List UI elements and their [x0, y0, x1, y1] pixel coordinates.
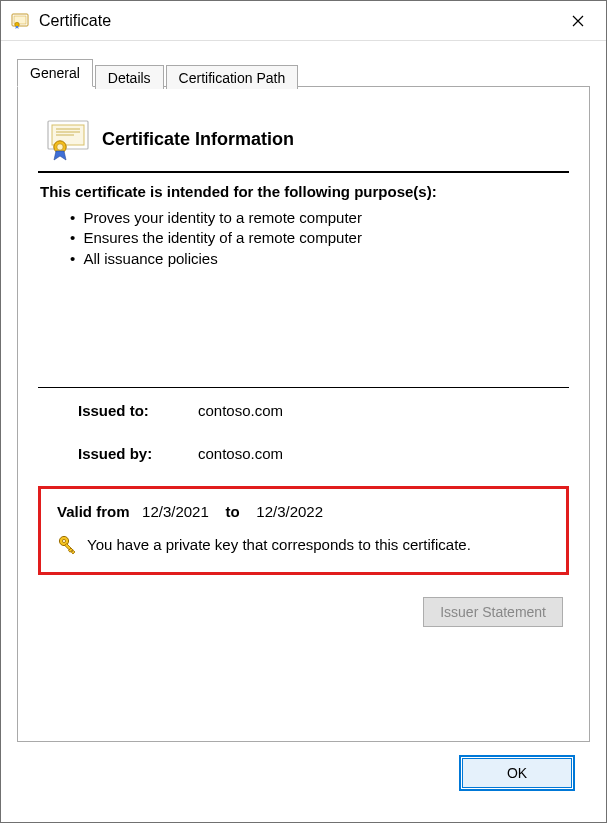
svg-point-11 — [62, 539, 65, 542]
tabs-strip: General Details Certification Path — [17, 59, 590, 87]
validity-line: Valid from 12/3/2021 to 12/3/2022 — [57, 503, 558, 520]
valid-from-label: Valid from — [57, 503, 130, 520]
issued-by-row: Issued by: contoso.com — [78, 445, 569, 462]
private-key-message: You have a private key that corresponds … — [87, 536, 471, 553]
dialog-footer: OK — [17, 742, 590, 806]
cert-info-title: Certificate Information — [102, 129, 294, 150]
valid-to-label: to — [225, 503, 239, 520]
valid-to-date: 12/3/2022 — [256, 503, 323, 520]
purpose-item: Proves your identity to a remote compute… — [84, 208, 569, 228]
issuer-statement-button: Issuer Statement — [423, 597, 563, 627]
purpose-item: All issuance policies — [84, 249, 569, 269]
tab-content-general: Certificate Information This certificate… — [17, 86, 590, 742]
tab-details[interactable]: Details — [95, 65, 164, 89]
tab-general[interactable]: General — [17, 59, 93, 87]
issued-by-label: Issued by: — [78, 445, 192, 462]
issued-by-value: contoso.com — [192, 445, 283, 462]
certificate-app-icon — [11, 12, 29, 30]
issuer-statement-row: Issuer Statement — [38, 575, 569, 627]
cert-info-header: Certificate Information — [38, 115, 569, 171]
purpose-item: Ensures the identity of a remote compute… — [84, 228, 569, 248]
valid-from-date: 12/3/2021 — [142, 503, 209, 520]
close-button[interactable] — [554, 2, 602, 40]
tab-certification-path[interactable]: Certification Path — [166, 65, 299, 89]
tab-general-label: General — [30, 65, 80, 81]
ok-label: OK — [507, 765, 527, 781]
purpose-list: Proves your identity to a remote compute… — [38, 208, 569, 269]
certificate-badge-icon — [44, 117, 92, 161]
validity-highlight: Valid from 12/3/2021 to 12/3/2022 — [38, 486, 569, 575]
certificate-dialog: Certificate General Details Certificatio… — [0, 0, 607, 823]
dialog-body: General Details Certification Path — [1, 41, 606, 822]
ok-button[interactable]: OK — [462, 758, 572, 788]
tab-details-label: Details — [108, 70, 151, 86]
issuance-details: Issued to: contoso.com Issued by: contos… — [38, 388, 569, 480]
svg-point-9 — [57, 144, 63, 150]
tab-path-label: Certification Path — [179, 70, 286, 86]
key-icon — [57, 534, 79, 556]
close-icon — [572, 15, 584, 27]
window-title: Certificate — [39, 12, 111, 30]
issued-to-row: Issued to: contoso.com — [78, 402, 569, 419]
titlebar: Certificate — [1, 1, 606, 41]
issuer-statement-label: Issuer Statement — [440, 604, 546, 620]
private-key-line: You have a private key that corresponds … — [57, 534, 558, 556]
issued-to-value: contoso.com — [192, 402, 283, 419]
purpose-heading: This certificate is intended for the fol… — [38, 173, 569, 208]
issued-to-label: Issued to: — [78, 402, 192, 419]
